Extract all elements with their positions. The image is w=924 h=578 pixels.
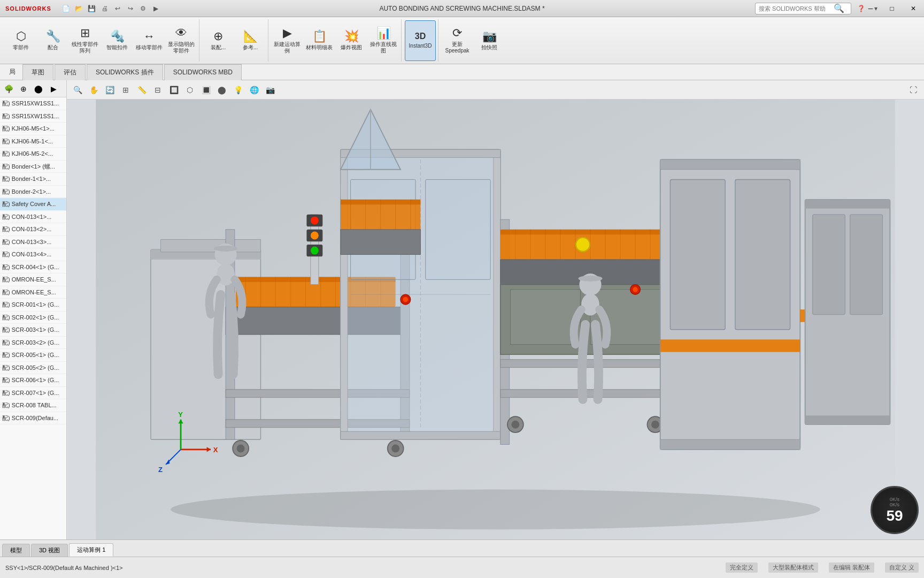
- tree-item-scr001[interactable]: 配) SCR-001<1> (G...: [0, 299, 66, 311]
- tab-model[interactable]: 模型: [2, 544, 30, 557]
- svg-rect-96: [805, 415, 890, 424]
- expand-icon[interactable]: ▶: [47, 82, 60, 95]
- tree-item-con4[interactable]: 配) CON-013<4>...: [0, 248, 66, 261]
- svg-rect-59: [500, 230, 671, 234]
- tree-item-scr004[interactable]: 配) SCR-004<1> (G...: [0, 261, 66, 274]
- arrow-icon[interactable]: ▶: [151, 3, 161, 14]
- assemble-icon: ⊕: [213, 31, 223, 42]
- save-icon[interactable]: 💾: [87, 3, 97, 14]
- tree-item-ssr1b[interactable]: 配) SSR15XW1SS1...: [0, 110, 66, 123]
- tree-item-kjh1[interactable]: 配) KJH06-M5<1>...: [0, 123, 66, 135]
- print-icon[interactable]: 🖨: [99, 3, 110, 14]
- viewport-toolbar: 🔍 ✋ 🔄 ⊞ 📏 ⊟ 🔲 ⬡ 🔳 ⬤ 💡 🌐 📷 ⛶: [67, 80, 924, 100]
- svg-point-30: [311, 232, 319, 240]
- tree-item-safety-cover[interactable]: 配) Safety Cover A...: [0, 198, 66, 211]
- minimize-button[interactable]: ─: [860, 0, 881, 17]
- tree-item-scr005a[interactable]: 配) SCR-005<1> (G...: [0, 349, 66, 362]
- tree-item-scr002[interactable]: 配) SCR-002<1> (G...: [0, 311, 66, 324]
- new-icon[interactable]: 📄: [61, 3, 72, 14]
- status-large-assembly: 大型装配体模式: [768, 562, 818, 573]
- menu-item-ju[interactable]: 局: [2, 64, 22, 80]
- linear-array-icon: ⊞: [80, 27, 90, 39]
- move-part-button[interactable]: ↔ 移动零部件: [134, 20, 165, 61]
- tab-sw-mbd[interactable]: SOLIDWORKS MBD: [164, 64, 242, 80]
- redo-icon[interactable]: ↪: [125, 3, 136, 14]
- tree-item-con2[interactable]: 配) CON-013<2>...: [0, 223, 66, 236]
- explode-button[interactable]: 💥 爆炸视图: [336, 20, 367, 61]
- vp-rotate-btn[interactable]: 🔄: [102, 82, 117, 97]
- mate-button[interactable]: 🔧 配合: [37, 20, 68, 61]
- undo-icon[interactable]: ↩: [112, 3, 123, 14]
- vp-render-btn[interactable]: ⬤: [214, 82, 229, 97]
- smartline-button[interactable]: 📊 操作直线视图: [368, 20, 399, 61]
- tree-item-scr003a[interactable]: 配) SCR-003<1> (G...: [0, 324, 66, 337]
- main-toolbar: ⬡ 零部件 🔧 配合 ⊞ 线性零部件阵列 🔩 智能扣件 ↔ 移动零部件 👁 显示…: [0, 17, 924, 64]
- assembly-icon: ⬡: [16, 31, 26, 42]
- vp-pan-btn[interactable]: ✋: [86, 82, 101, 97]
- tab-3d-view[interactable]: 3D 视图: [31, 544, 68, 557]
- assemble-button[interactable]: ⊕ 装配...: [203, 20, 234, 61]
- svg-rect-89: [660, 439, 800, 450]
- svg-point-77: [633, 287, 637, 292]
- vp-lights-btn[interactable]: 💡: [230, 82, 245, 97]
- tab-sw-plugins[interactable]: SOLIDWORKS 插件: [87, 64, 163, 80]
- status-path: SSY<1>/SCR-009(Default As Machined )<1>: [5, 565, 720, 571]
- tree-item-omron1[interactable]: 配) OMRON-EE_S...: [0, 273, 66, 286]
- bom-button[interactable]: 📋 材料明细表: [304, 20, 335, 61]
- window-controls: ─ □ ✕: [860, 0, 924, 17]
- tree-item-bonder2[interactable]: 配) Bonder-2<1>...: [0, 186, 66, 199]
- feature-tree-icon[interactable]: 🌳: [2, 82, 15, 95]
- linear-array-button[interactable]: ⊞ 线性零部件阵列: [70, 20, 101, 61]
- tree-item-bonder1a[interactable]: 配) Bonder-1<1>...: [0, 173, 66, 186]
- show-hide-button[interactable]: 👁 显示隐明的零部件: [166, 20, 197, 61]
- tree-item-omron2[interactable]: 配) OMRON-EE_S...: [0, 286, 66, 299]
- config-icon[interactable]: ⬤: [32, 82, 45, 95]
- instant3d-icon: 3D: [415, 32, 426, 41]
- tab-evaluate[interactable]: 评估: [55, 64, 86, 80]
- smart-fastener-button[interactable]: 🔩 智能扣件: [102, 20, 133, 61]
- tab-motion[interactable]: 运动算例 1: [69, 543, 113, 557]
- maximize-button[interactable]: □: [881, 0, 903, 17]
- view-group: ▶ 新建运动算例 📋 材料明细表 💥 爆炸视图 📊 操作直线视图: [270, 19, 402, 62]
- tree-item-kjh3[interactable]: 配) KJH06-M5-2<...: [0, 148, 66, 161]
- assembly-button[interactable]: ⬡ 零部件: [5, 20, 36, 61]
- tree-item-bonder1[interactable]: 配) Bonder<1> (螺...: [0, 161, 66, 173]
- vp-measure-btn[interactable]: 📏: [134, 82, 149, 97]
- open-icon[interactable]: 📂: [74, 3, 84, 14]
- vp-bbox-btn[interactable]: 🔲: [166, 82, 181, 97]
- tree-item-scr007[interactable]: 配) SCR-007<1> (G...: [0, 387, 66, 400]
- tree-item-scr005b[interactable]: 配) SCR-005<2> (G...: [0, 362, 66, 375]
- update-speedpak-button[interactable]: ⟳ 更新 Speedpak: [442, 20, 473, 61]
- options-icon[interactable]: ⚙: [138, 3, 149, 14]
- reference-button[interactable]: 📐 参考...: [235, 20, 266, 61]
- tree-item-con1[interactable]: 配) CON-013<1>...: [0, 211, 66, 224]
- bom-icon: 📋: [312, 31, 327, 42]
- tree-item-con3[interactable]: 配) CON-013<3>...: [0, 236, 66, 249]
- vp-align-btn[interactable]: ⊟: [150, 82, 165, 97]
- vp-shading-btn[interactable]: 🔳: [198, 82, 213, 97]
- vp-zoom-btn[interactable]: 🔍: [70, 82, 85, 97]
- snapshot-button[interactable]: 📷 拍快照: [474, 20, 505, 61]
- vp-fullscreen-btn[interactable]: ⛶: [906, 82, 921, 97]
- tree-item-kjh2[interactable]: 配) KJH06-M5-1<...: [0, 135, 66, 148]
- new-motion-button[interactable]: ▶ 新建运动算例: [272, 20, 303, 61]
- explode-icon: 💥: [344, 31, 359, 42]
- vp-section-btn[interactable]: ⊞: [118, 82, 133, 97]
- instant3d-button[interactable]: 3D Instant3D: [405, 20, 436, 61]
- tree-item-scr008[interactable]: 配) SCR-008 TABL...: [0, 399, 66, 412]
- close-button[interactable]: ✕: [903, 0, 924, 17]
- vp-camera-btn[interactable]: 📷: [263, 82, 278, 97]
- new-motion-icon: ▶: [283, 27, 292, 39]
- help-search-input[interactable]: [759, 5, 834, 12]
- svg-point-35: [214, 246, 238, 252]
- vp-scene-btn[interactable]: 🌐: [247, 82, 261, 97]
- tab-sketch[interactable]: 草图: [22, 64, 53, 80]
- 3d-viewport[interactable]: 🔍 ✋ 🔄 ⊞ 📏 ⊟ 🔲 ⬡ 🔳 ⬤ 💡 🌐 📷 ⛶: [67, 80, 924, 539]
- tree-item-scr003b[interactable]: 配) SCR-003<2> (G...: [0, 337, 66, 349]
- vp-display-btn[interactable]: ⬡: [182, 82, 197, 97]
- help-search-box[interactable]: 🔍: [755, 3, 851, 14]
- properties-icon[interactable]: ⊕: [17, 82, 30, 95]
- tree-item-scr006[interactable]: 配) SCR-006<1> (G...: [0, 374, 66, 387]
- tree-item-ssr1[interactable]: 配) SSR15XW1SS1...: [0, 97, 66, 110]
- tree-item-scr009[interactable]: 配) SCR-009(Defau...: [0, 412, 66, 425]
